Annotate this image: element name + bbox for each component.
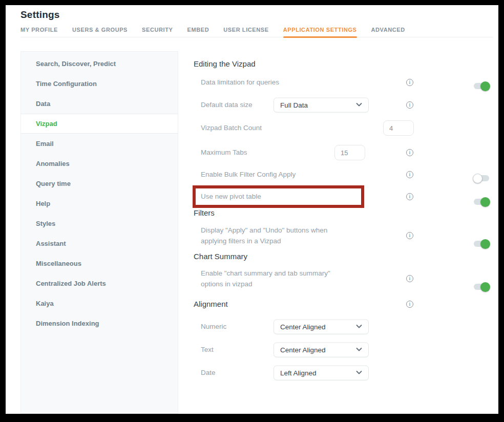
apply-undo-toggle[interactable] <box>474 241 489 247</box>
chart-summary-toggle[interactable] <box>474 284 489 290</box>
sidebar-item-data[interactable]: Data <box>21 94 178 114</box>
bulk-filter-toggle[interactable] <box>474 175 489 181</box>
toggle-knob <box>473 174 482 183</box>
sidebar-item-anomalies[interactable]: Anomalies <box>21 154 178 174</box>
setting-row-maximum-tabs: Maximum Tabs <box>194 145 425 160</box>
info-icon[interactable] <box>406 101 413 109</box>
info-icon[interactable] <box>406 301 413 308</box>
tab-security[interactable]: SECURITY <box>142 24 173 37</box>
sidebar-item-vizpad[interactable]: Vizpad <box>21 114 178 134</box>
setting-row-date-alignment: Date Left Aligned <box>194 365 425 380</box>
setting-label: Enable Bulk Filter Config Apply <box>194 169 335 180</box>
maximum-tabs-input[interactable] <box>334 145 365 160</box>
setting-row-use-new-pivot-table: Use new pivot table <box>194 188 425 205</box>
chevron-down-icon <box>356 103 362 107</box>
setting-row-vizpad-batch-count: Vizpad Batch Count <box>194 120 425 136</box>
sidebar-item-assistant[interactable]: Assistant <box>21 234 178 254</box>
info-icon[interactable] <box>406 171 413 178</box>
page-title: Settings <box>20 9 60 20</box>
info-icon[interactable] <box>406 149 413 156</box>
default-data-size-select[interactable]: Full Data <box>274 97 369 112</box>
vizpad-settings-panel: Editing the Vizpad Data limitation for q… <box>194 51 425 389</box>
setting-label: Data limitation for queries <box>194 77 335 88</box>
info-icon[interactable] <box>406 193 413 200</box>
setting-label: Enable "chart summary and tab summary" o… <box>194 268 335 290</box>
sidebar-item-email[interactable]: Email <box>21 134 178 154</box>
section-heading-editing-the-vizpad: Editing the Vizpad <box>194 59 256 68</box>
section-heading-alignment: Alignment <box>194 300 228 308</box>
text-alignment-select[interactable]: Center Aligned <box>274 342 369 357</box>
setting-row-numeric-alignment: Numeric Center Aligned <box>194 319 425 334</box>
section-heading-chart-summary: Chart Summary <box>194 252 247 261</box>
setting-row-default-data-size: Default data size Full Data <box>194 97 425 112</box>
selected-value: Center Aligned <box>280 323 326 330</box>
tab-advanced[interactable]: ADVANCED <box>371 24 405 37</box>
info-icon[interactable] <box>406 275 413 282</box>
selected-value: Left Aligned <box>280 369 317 376</box>
sidebar-item-kaiya[interactable]: Kaiya <box>21 293 178 313</box>
settings-tabbar: MY PROFILE USERS & GROUPS SECURITY EMBED… <box>20 24 493 37</box>
tab-my-profile[interactable]: MY PROFILE <box>20 24 58 37</box>
chevron-down-icon <box>356 348 362 352</box>
toggle-knob <box>480 197 490 207</box>
sidebar-item-query-time[interactable]: Query time <box>21 174 178 194</box>
info-icon[interactable] <box>406 79 413 86</box>
tab-users-groups[interactable]: USERS & GROUPS <box>72 24 128 37</box>
info-icon[interactable] <box>406 232 413 239</box>
tab-embed[interactable]: EMBED <box>187 24 209 37</box>
numeric-alignment-select[interactable]: Center Aligned <box>274 319 369 334</box>
selected-value: Center Aligned <box>280 346 326 353</box>
vizpad-batch-count-input[interactable] <box>383 120 414 136</box>
setting-row-chart-summary-enable: Enable "chart summary and tab summary" o… <box>194 267 425 290</box>
setting-row-apply-undo-buttons: Display "Apply" and "Undo" buttons when … <box>194 224 425 247</box>
setting-label: Vizpad Batch Count <box>194 122 335 134</box>
date-alignment-select[interactable]: Left Aligned <box>274 365 369 380</box>
setting-row-bulk-filter-config: Enable Bulk Filter Config Apply <box>194 168 425 181</box>
setting-label: Use new pivot table <box>194 191 335 202</box>
data-limitation-toggle[interactable] <box>474 83 489 89</box>
sidebar-item-styles[interactable]: Styles <box>21 214 178 234</box>
toggle-knob <box>480 81 490 91</box>
sidebar-item-time-configuration[interactable]: Time Configuration <box>21 74 178 94</box>
sidebar-item-search-discover-predict[interactable]: Search, Discover, Predict <box>21 54 178 74</box>
sidebar-item-help[interactable]: Help <box>21 194 178 214</box>
toggle-knob <box>480 239 490 249</box>
chevron-down-icon <box>356 371 362 375</box>
setting-row-data-limitation: Data limitation for queries <box>194 76 425 89</box>
toggle-knob <box>480 282 490 292</box>
pivot-table-toggle[interactable] <box>474 199 489 205</box>
settings-sidebar: Search, Discover, Predict Time Configura… <box>20 51 178 414</box>
setting-row-text-alignment: Text Center Aligned <box>194 342 425 357</box>
setting-label: Display "Apply" and "Undo" buttons when … <box>194 225 335 247</box>
chevron-down-icon <box>356 325 362 329</box>
tab-application-settings[interactable]: APPLICATION SETTINGS <box>283 24 357 37</box>
settings-page: Settings MY PROFILE USERS & GROUPS SECUR… <box>6 5 498 414</box>
sidebar-item-dimension-indexing[interactable]: Dimension Indexing <box>21 313 178 333</box>
sidebar-item-miscellaneous[interactable]: Miscellaneous <box>21 254 178 273</box>
tab-user-license[interactable]: USER LICENSE <box>223 24 269 37</box>
selected-value: Full Data <box>280 101 308 109</box>
setting-label: Maximum Tabs <box>194 147 335 158</box>
section-heading-filters: Filters <box>194 208 215 217</box>
sidebar-item-centralized-job-alerts[interactable]: Centralized Job Alerts <box>21 273 178 293</box>
